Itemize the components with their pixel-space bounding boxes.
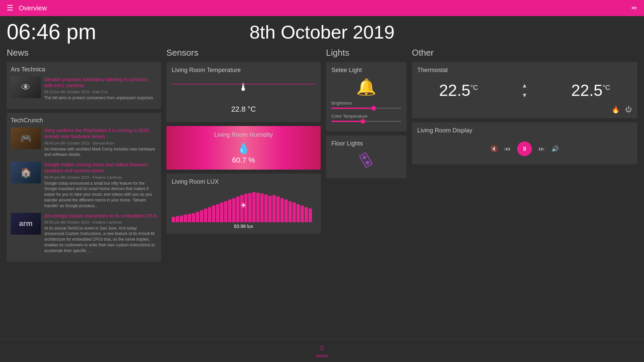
news-content-ars-1: Senator proposes mandatory labeling for … [44,76,157,101]
date-display: 8th October 2019 [141,21,503,43]
ars-snippet-1: The bill aims to protect consumers from … [44,95,157,101]
brightness-slider[interactable] [331,108,401,109]
news-thumb-ars-1: 👁 [11,76,41,98]
color-temp-thumb [361,119,365,124]
ars-source-title: Ars Technica [11,66,157,73]
news-column: News Ars Technica 👁 Senator proposes man… [7,48,161,266]
thermostat-arrows: ▲ ▼ [522,82,528,99]
flame-icon[interactable]: 🔥 [611,106,620,114]
news-item-tc-1[interactable]: 🎮 Sony confirms the PlayStation 5 is com… [11,127,157,158]
lux-value: 83.98 lux [172,224,315,229]
tc-headline-2[interactable]: Google makes moving music and videos bet… [44,162,157,174]
lux-bar [264,194,268,222]
tc-headline-3[interactable]: Arm brings custom instructions to its em… [44,213,157,219]
lux-bar [260,193,264,222]
play-pause-button[interactable]: ⏸ [517,141,532,156]
header-row: 06:46 pm 8th October 2019 [7,19,637,44]
home-nav-label: Home [316,353,328,358]
topbar-left: ☰ Overview [7,4,47,12]
bottom-nav: ⌂ Home [0,339,644,362]
thermostat-content: 22.5 °C ▲ ▼ 22.5 °C [417,78,632,103]
humidity-card: Living Room Humidity 💧 60.7 % [166,126,321,170]
news-item-tc-3[interactable]: arm Arm brings custom instructions to it… [11,213,157,254]
thermostat-title: Thermostat [417,67,632,74]
news-content-tc-3: Arm brings custom instructions to its em… [44,213,157,254]
lux-bar [268,196,272,222]
tc-meta-3: 06:00 pm 8th October 2019 - Frederic Lar… [44,220,157,224]
setee-light-card: Setee Light 🔔 Brightness Color Temperatu… [326,62,407,131]
lux-bar [188,214,191,222]
power-icon[interactable]: ⏻ [625,106,632,114]
lux-bar [220,202,223,222]
temp-up-button[interactable]: ▲ [522,82,528,89]
sun-icon: ☀ [240,201,247,210]
topbar: ☰ Overview ✏ [0,0,644,16]
media-controls: 🔇 ⏮ ⏸ ⏭ 🔊 [417,138,632,160]
lights-column: Lights Setee Light 🔔 Brightness Color Te… [326,48,407,182]
tc-snippet-3: At its annual TechCon event in San Jose,… [44,226,157,254]
set-temp-unit: °C [602,84,610,92]
topbar-title: Overview [19,4,47,12]
temp-value: 22.8 °C [231,105,256,114]
temp-card-title: Living Room Temperature [172,67,315,74]
lux-bar [224,201,227,222]
set-temp-value: 22.5 [571,81,602,100]
brightness-fill [331,108,373,109]
lux-chart: ☀ [172,189,315,222]
tc-snippet-1: An interview with architect Mark Cerny i… [44,146,157,158]
news-item-tc-2[interactable]: 🏠 Google makes moving music and videos b… [11,162,157,208]
color-temp-label: Color Temperature [331,114,401,119]
tc-headline-1[interactable]: Sony confirms the PlayStation 5 is comin… [44,127,157,139]
lux-bar [200,210,203,222]
lux-bar [276,196,280,222]
time-display: 06:46 pm [7,19,141,44]
brightness-label: Brightness [331,101,401,106]
thermostat-card: Thermostat 22.5 °C ▲ ▼ 22.5 °C [412,62,637,118]
thermostat-set-temp: 22.5 °C [571,81,610,100]
lux-bar [216,204,219,222]
lux-bar [192,213,195,222]
lux-bar [232,198,235,222]
lux-bar [288,201,292,222]
temp-down-button[interactable]: ▼ [522,92,528,99]
tc-meta-1: 06:05 pm 8th October 2019 - Samuel Axon [44,141,157,145]
sensors-section-title: Sensors [166,48,321,58]
news-thumb-tc-1: 🎮 [11,127,41,149]
other-section-title: Other [412,48,637,58]
current-temp-value: 22.5 [439,81,470,100]
volume-button[interactable]: 🔊 [551,145,559,153]
lux-card: Living Room LUX ☀ 83.98 lux [166,174,321,234]
other-column: Other Thermostat 22.5 °C ▲ ▼ 22.5 °C [412,48,637,168]
living-room-display-card: Living Room Display 🔇 ⏮ ⏸ ⏭ 🔊 [412,122,637,164]
setee-light-title: Setee Light [331,67,401,74]
temp-display: 🌡 22.8 °C [172,77,315,117]
mute-button[interactable]: 🔇 [490,145,498,153]
color-temp-slider[interactable] [331,121,401,122]
hamburger-icon[interactable]: ☰ [7,4,13,12]
lux-bar [204,208,207,222]
humidity-value: 60.7 % [232,156,255,165]
next-button[interactable]: ⏭ [539,145,545,153]
lux-bar [248,193,252,222]
lux-bar [280,198,284,222]
thermometer-icon: 🌡 [238,81,249,94]
lamp-icon: 🔔 [356,78,376,97]
prev-button[interactable]: ⏮ [504,145,511,153]
lux-bar [212,205,215,222]
home-nav-item[interactable]: ⌂ Home [316,343,328,358]
current-temp-unit: °C [470,84,478,92]
floor-lights-title: Floor Lights [331,140,401,147]
color-temp-fill [331,121,363,122]
lux-bar [172,217,175,222]
news-item-ars-1[interactable]: 👁 Senator proposes mandatory labeling fo… [11,76,157,101]
ars-meta-1: 06:13 pm 8th October 2019 - Kate Cox [44,90,157,94]
lux-bar [252,192,256,222]
brightness-thumb [371,106,376,111]
news-thumb-tc-2: 🏠 [11,162,41,183]
lux-bar [196,212,199,222]
ars-headline-1[interactable]: Senator proposes mandatory labeling for … [44,76,157,88]
lux-bar [184,215,187,222]
setee-icon-area: 🔔 [331,78,401,97]
edit-icon[interactable]: ✏ [632,4,637,12]
lux-bar [228,199,231,222]
